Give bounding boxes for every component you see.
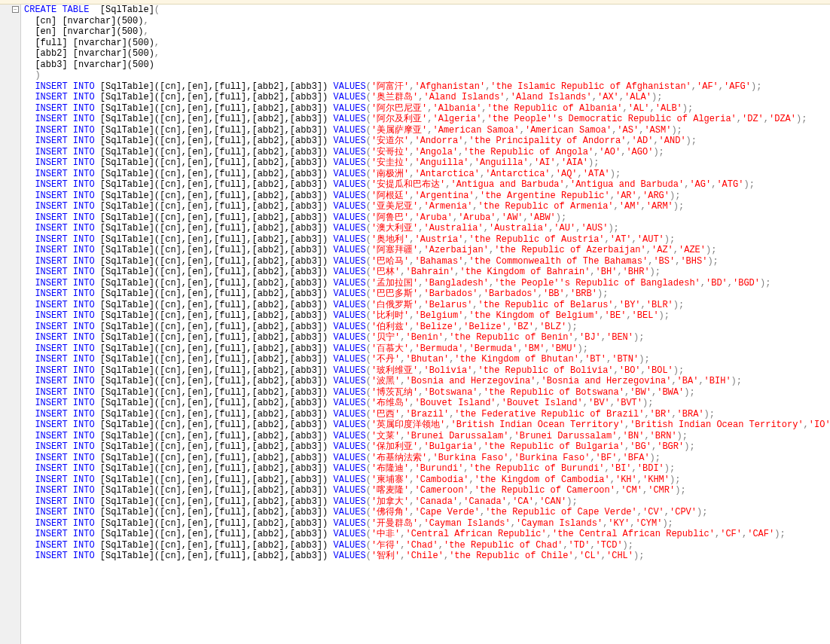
code-line: INSERT INTO [SqlTable]([cn],[en],[full],… xyxy=(24,529,827,540)
code-line: INSERT INTO [SqlTable]([cn],[en],[full],… xyxy=(24,300,827,311)
code-line: INSERT INTO [SqlTable]([cn],[en],[full],… xyxy=(24,485,827,496)
code-line: INSERT INTO [SqlTable]([cn],[en],[full],… xyxy=(24,463,827,475)
code-line: INSERT INTO [SqlTable]([cn],[en],[full],… xyxy=(24,136,827,147)
code-line: INSERT INTO [SqlTable]([cn],[en],[full],… xyxy=(24,114,827,125)
code-line: INSERT INTO [SqlTable]([cn],[en],[full],… xyxy=(24,288,827,300)
code-line: INSERT INTO [SqlTable]([cn],[en],[full],… xyxy=(24,234,827,246)
code-line: ) xyxy=(24,70,827,81)
gutter: − xyxy=(0,5,21,644)
code-line: INSERT INTO [SqlTable]([cn],[en],[full],… xyxy=(24,376,827,387)
code-line: INSERT INTO [SqlTable]([cn],[en],[full],… xyxy=(24,398,827,409)
code-line: [abb3] [nvarchar](500) xyxy=(24,60,827,71)
code-line: INSERT INTO [SqlTable]([cn],[en],[full],… xyxy=(24,147,827,158)
code-line: INSERT INTO [SqlTable]([cn],[en],[full],… xyxy=(24,365,827,377)
code-line: INSERT INTO [SqlTable]([cn],[en],[full],… xyxy=(24,475,827,486)
code-line: INSERT INTO [SqlTable]([cn],[en],[full],… xyxy=(24,191,827,202)
code-line: INSERT INTO [SqlTable]([cn],[en],[full],… xyxy=(24,409,827,420)
code-line: INSERT INTO [SqlTable]([cn],[en],[full],… xyxy=(24,278,827,289)
code-line: INSERT INTO [SqlTable]([cn],[en],[full],… xyxy=(24,343,827,355)
code-line: INSERT INTO [SqlTable]([cn],[en],[full],… xyxy=(24,256,827,267)
code-line: INSERT INTO [SqlTable]([cn],[en],[full],… xyxy=(24,201,827,212)
code-line: INSERT INTO [SqlTable]([cn],[en],[full],… xyxy=(24,212,827,224)
code-line: INSERT INTO [SqlTable]([cn],[en],[full],… xyxy=(24,332,827,343)
code-text-area[interactable]: CREATE TABLE [SqlTable]( [cn] [nvarchar]… xyxy=(21,5,830,644)
code-line: INSERT INTO [SqlTable]([cn],[en],[full],… xyxy=(24,169,827,180)
code-line: INSERT INTO [SqlTable]([cn],[en],[full],… xyxy=(24,125,827,136)
code-line: INSERT INTO [SqlTable]([cn],[en],[full],… xyxy=(24,551,827,562)
code-line: [en] [nvarchar](500), xyxy=(24,26,827,38)
code-line: INSERT INTO [SqlTable]([cn],[en],[full],… xyxy=(24,387,827,398)
code-line: INSERT INTO [SqlTable]([cn],[en],[full],… xyxy=(24,81,827,93)
code-line: [cn] [nvarchar](500), xyxy=(24,16,827,27)
code-line: INSERT INTO [SqlTable]([cn],[en],[full],… xyxy=(24,441,827,453)
code-editor: − CREATE TABLE [SqlTable]( [cn] [nvarcha… xyxy=(0,5,830,644)
code-line: INSERT INTO [SqlTable]([cn],[en],[full],… xyxy=(24,420,827,431)
code-line: INSERT INTO [SqlTable]([cn],[en],[full],… xyxy=(24,103,827,114)
code-line: INSERT INTO [SqlTable]([cn],[en],[full],… xyxy=(24,496,827,508)
code-line: INSERT INTO [SqlTable]([cn],[en],[full],… xyxy=(24,540,827,551)
fold-collapse-icon[interactable]: − xyxy=(12,6,19,13)
code-line: INSERT INTO [SqlTable]([cn],[en],[full],… xyxy=(24,322,827,333)
code-line: [full] [nvarchar](500), xyxy=(24,38,827,49)
code-line: [abb2] [nvarchar](500), xyxy=(24,48,827,60)
code-line: INSERT INTO [SqlTable]([cn],[en],[full],… xyxy=(24,354,827,365)
code-line: INSERT INTO [SqlTable]([cn],[en],[full],… xyxy=(24,223,827,234)
code-line: INSERT INTO [SqlTable]([cn],[en],[full],… xyxy=(24,245,827,256)
code-line: INSERT INTO [SqlTable]([cn],[en],[full],… xyxy=(24,518,827,530)
code-line: INSERT INTO [SqlTable]([cn],[en],[full],… xyxy=(24,310,827,322)
code-line: INSERT INTO [SqlTable]([cn],[en],[full],… xyxy=(24,92,827,103)
code-line: INSERT INTO [SqlTable]([cn],[en],[full],… xyxy=(24,453,827,464)
code-line: INSERT INTO [SqlTable]([cn],[en],[full],… xyxy=(24,267,827,278)
code-line: INSERT INTO [SqlTable]([cn],[en],[full],… xyxy=(24,507,827,518)
code-line: INSERT INTO [SqlTable]([cn],[en],[full],… xyxy=(24,179,827,191)
code-line: INSERT INTO [SqlTable]([cn],[en],[full],… xyxy=(24,157,827,169)
code-line: CREATE TABLE [SqlTable]( xyxy=(24,5,827,16)
code-line: INSERT INTO [SqlTable]([cn],[en],[full],… xyxy=(24,431,827,442)
